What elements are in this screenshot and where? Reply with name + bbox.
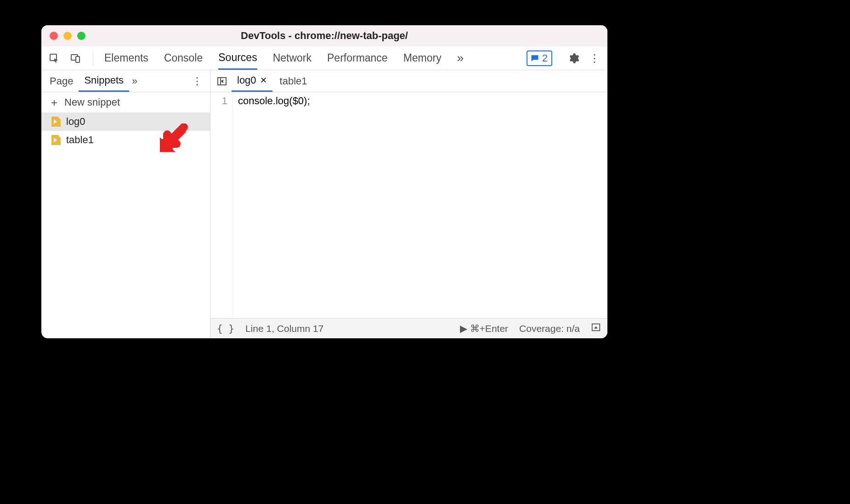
window-titlebar: DevTools - chrome://new-tab-page/	[41, 25, 607, 46]
editor-tab-table1[interactable]: table1	[274, 70, 313, 92]
kebab-menu-icon[interactable]: ⋮	[588, 52, 601, 65]
tab-memory[interactable]: Memory	[403, 46, 442, 70]
tab-elements[interactable]: Elements	[104, 46, 148, 70]
editor-tabs: log0 ✕ table1	[210, 70, 607, 92]
panel-body: Page Snippets » ⋮ ＋ New snippet log0 tab…	[41, 70, 607, 338]
tab-performance[interactable]: Performance	[327, 46, 388, 70]
main-tabs: Elements Console Sources Network Perform…	[104, 46, 464, 70]
code-line: console.log($0);	[238, 95, 310, 106]
line-number: 1	[210, 95, 227, 107]
snippet-name: log0	[66, 116, 85, 128]
snippet-name: table1	[66, 134, 94, 146]
tab-console[interactable]: Console	[164, 46, 203, 70]
devtools-window: DevTools - chrome://new-tab-page/ Elemen…	[41, 25, 607, 338]
editor-tab-log0[interactable]: log0 ✕	[232, 70, 272, 92]
code-content[interactable]: console.log($0);	[232, 92, 310, 318]
navigator-tabs: Page Snippets » ⋮	[41, 70, 210, 92]
code-editor[interactable]: 1 console.log($0);	[210, 92, 607, 318]
messages-badge[interactable]: 2	[527, 50, 552, 66]
navigator-tabs-overflow-icon[interactable]: »	[132, 75, 137, 87]
show-navigator-icon[interactable]	[214, 73, 230, 89]
inspect-element-icon[interactable]	[48, 52, 61, 65]
snippet-file-icon	[51, 135, 61, 145]
run-snippet-button[interactable]: ▶ ⌘+Enter	[460, 323, 508, 334]
close-window-button[interactable]	[50, 32, 58, 40]
cursor-position: Line 1, Column 17	[245, 323, 323, 334]
window-title: DevTools - chrome://new-tab-page/	[41, 30, 607, 42]
messages-count: 2	[542, 52, 548, 64]
editor-area: log0 ✕ table1 1 console.log($0); { } Lin…	[210, 70, 607, 338]
tabs-overflow-icon[interactable]: »	[457, 46, 464, 70]
plus-icon: ＋	[49, 95, 60, 110]
navigator-kebab-icon[interactable]: ⋮	[192, 75, 203, 87]
format-icon[interactable]: { }	[217, 323, 234, 334]
svg-rect-2	[76, 56, 79, 62]
navigator-tab-snippets[interactable]: Snippets	[79, 70, 129, 92]
editor-tab-label: log0	[237, 74, 256, 86]
close-tab-icon[interactable]: ✕	[260, 75, 267, 85]
line-gutter: 1	[210, 92, 232, 318]
fullscreen-window-button[interactable]	[77, 32, 85, 40]
tab-network[interactable]: Network	[273, 46, 312, 70]
traffic-lights	[50, 32, 85, 40]
navigator-tab-page[interactable]: Page	[44, 70, 79, 92]
annotation-arrow-icon	[157, 123, 190, 156]
settings-gear-icon[interactable]	[567, 52, 580, 65]
editor-statusbar: { } Line 1, Column 17 ▶ ⌘+Enter Coverage…	[210, 318, 607, 338]
new-snippet-button[interactable]: ＋ New snippet	[41, 92, 210, 112]
tab-sources[interactable]: Sources	[218, 46, 257, 70]
main-toolbar: Elements Console Sources Network Perform…	[41, 46, 607, 70]
editor-tab-label: table1	[280, 75, 307, 87]
device-toolbar-icon[interactable]	[69, 52, 82, 65]
new-snippet-label: New snippet	[64, 96, 120, 108]
show-drawer-icon[interactable]	[591, 322, 601, 335]
navigator-sidebar: Page Snippets » ⋮ ＋ New snippet log0 tab…	[41, 70, 210, 338]
toolbar-divider	[93, 51, 93, 66]
snippet-file-icon	[51, 117, 61, 127]
minimize-window-button[interactable]	[63, 32, 72, 40]
coverage-status[interactable]: Coverage: n/a	[519, 323, 580, 334]
